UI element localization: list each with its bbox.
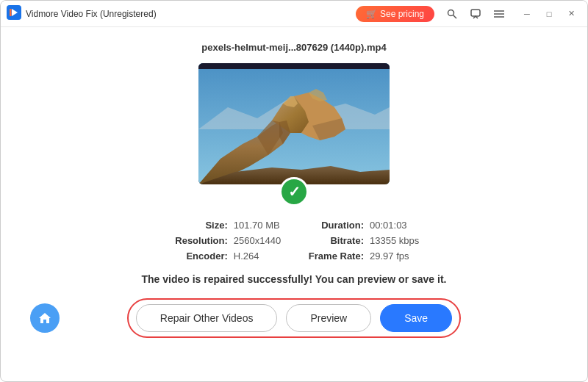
window-controls: ─ □ ✕ <box>517 5 581 23</box>
framerate-row: Frame Rate: 29.97 fps <box>305 251 419 262</box>
close-button[interactable]: ✕ <box>561 5 581 23</box>
see-pricing-button[interactable]: 🛒 See pricing <box>356 6 434 22</box>
search-icon[interactable] <box>443 5 461 23</box>
size-row: Size: 101.70 MB <box>169 220 283 231</box>
preview-button[interactable]: Preview <box>286 304 371 332</box>
video-filename: pexels-helmut-meij...807629 (1440p).mp4 <box>201 42 386 53</box>
duration-row: Duration: 00:01:03 <box>305 220 419 231</box>
svg-rect-5 <box>471 10 480 16</box>
menu-icon[interactable] <box>490 5 508 23</box>
maximize-button[interactable]: □ <box>539 5 559 23</box>
main-content: pexels-helmut-meij...807629 (1440p).mp4 <box>1 27 587 382</box>
encoder-label: Encoder: <box>169 251 228 262</box>
bottom-bar: Repair Other Videos Preview Save <box>30 298 558 338</box>
resolution-row: Resolution: 2560x1440 <box>169 235 283 246</box>
video-thumbnail <box>198 63 390 184</box>
home-button[interactable] <box>30 303 60 333</box>
resolution-label: Resolution: <box>169 235 228 246</box>
title-bar-left: Vidmore Video Fix (Unregistered) <box>7 5 157 23</box>
success-message: The video is repaired successfully! You … <box>142 273 447 285</box>
save-button[interactable]: Save <box>380 304 452 332</box>
minimize-button[interactable]: ─ <box>517 5 537 23</box>
size-label: Size: <box>169 220 228 231</box>
encoder-value: H.264 <box>234 251 259 262</box>
svg-rect-2 <box>10 9 12 16</box>
svg-marker-21 <box>39 313 51 323</box>
resolution-value: 2560x1440 <box>234 235 281 246</box>
app-logo <box>7 5 21 23</box>
chat-icon[interactable] <box>467 5 484 23</box>
duration-label: Duration: <box>305 220 364 231</box>
thumbnail-wrapper: ✓ <box>198 63 390 198</box>
success-badge: ✓ <box>279 177 309 206</box>
bitrate-row: Bitrate: 13355 kbps <box>305 235 419 246</box>
cart-icon: 🛒 <box>366 9 377 19</box>
encoder-row: Encoder: H.264 <box>169 251 283 262</box>
svg-rect-20 <box>198 63 390 69</box>
file-info: Size: 101.70 MB Duration: 00:01:03 Resol… <box>169 220 419 262</box>
toolbar-icons <box>443 5 508 23</box>
title-bar: Vidmore Video Fix (Unregistered) 🛒 See p… <box>1 1 587 27</box>
framerate-value: 29.97 fps <box>370 251 409 262</box>
framerate-label: Frame Rate: <box>305 251 364 262</box>
bitrate-value: 13355 kbps <box>370 235 419 246</box>
duration-value: 00:01:03 <box>370 220 407 231</box>
app-title: Vidmore Video Fix (Unregistered) <box>26 9 157 19</box>
action-buttons-group: Repair Other Videos Preview Save <box>127 298 461 338</box>
bitrate-label: Bitrate: <box>305 235 364 246</box>
svg-point-3 <box>448 10 454 15</box>
repair-other-videos-button[interactable]: Repair Other Videos <box>136 304 278 332</box>
title-bar-right: 🛒 See pricing <box>356 5 581 23</box>
svg-line-4 <box>453 15 457 18</box>
size-value: 101.70 MB <box>234 220 280 231</box>
